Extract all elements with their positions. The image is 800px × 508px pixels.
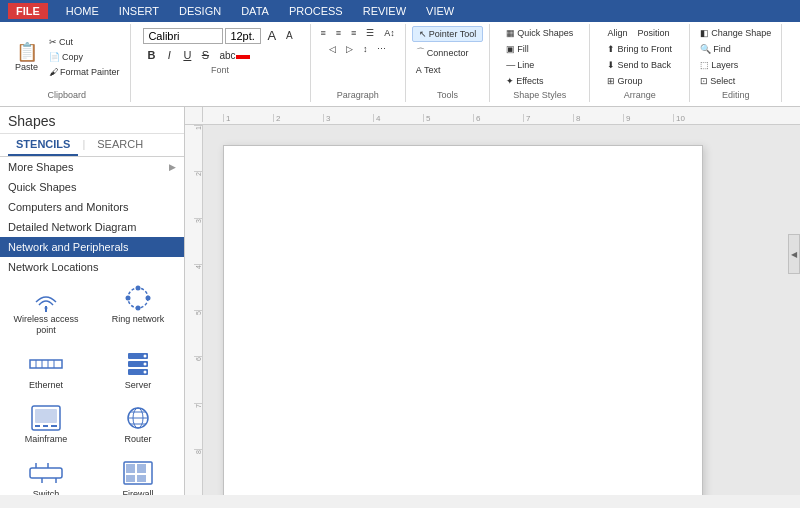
ruler-mark-v-1: 1 [194,125,202,171]
select-button[interactable]: ⊡ Select [696,74,739,88]
shapes-nav-network-locations[interactable]: Network Locations [0,257,184,277]
ruler-left: 1 2 3 4 5 6 7 8 [185,125,203,495]
paragraph-label: Paragraph [337,90,379,100]
svg-rect-19 [35,409,57,423]
bold-button[interactable]: B [143,47,159,63]
arrange-group: Align Position ⬆ Bring to Front ⬇ Send t… [590,24,690,102]
shapes-nav-network-peripherals[interactable]: Network and Peripherals [0,237,184,257]
shape-switch[interactable]: Switch [0,452,92,495]
shapes-nav-quick[interactable]: Quick Shapes [0,177,184,197]
font-name-input[interactable] [143,28,223,44]
main-layout: Shapes ◀ STENCILS | SEARCH More Shapes ▶… [0,107,800,495]
send-to-back-button[interactable]: ⬇ Send to Back [603,58,676,72]
line-button[interactable]: ― Line [502,58,538,72]
decrease-font-button[interactable]: A [282,28,297,43]
position-button[interactable]: Position [633,26,673,40]
indent-button[interactable]: A↕ [380,26,399,40]
change-shape-button[interactable]: ◧ Change Shape [696,26,775,40]
shape-mainframe[interactable]: Mainframe [0,397,92,452]
shape-router[interactable]: Router [92,397,184,452]
format-painter-button[interactable]: 🖌 Format Painter [45,65,124,79]
shape-firewall[interactable]: Firewall [92,452,184,495]
svg-point-16 [144,362,147,365]
shape-ring-network[interactable]: Ring network [92,277,184,343]
line-spacing-button[interactable]: ↕ [359,42,372,56]
strikethrough-button[interactable]: S [197,47,213,63]
shape-server[interactable]: Server [92,343,184,398]
shape-wireless[interactable]: Wireless access point [0,277,92,343]
page-canvas[interactable] [223,145,703,495]
tab-stencils[interactable]: STENCILS [8,134,78,156]
align-center-button[interactable]: ≡ [332,26,345,40]
tab-process[interactable]: PROCESS [279,3,353,19]
fill-icon: ▣ [506,44,515,54]
shapes-nav-more[interactable]: More Shapes ▶ [0,157,184,177]
clipboard-group: 📋 Paste ✂ Cut 📄 Copy 🖌 Format Painter Cl… [4,24,131,102]
shapes-nav-computers[interactable]: Computers and Monitors [0,197,184,217]
align-left-button[interactable]: ≡ [317,26,330,40]
pointer-tool-button[interactable]: ↖ Pointer Tool [412,26,483,42]
effects-button[interactable]: ✦ Effects [502,74,547,88]
ribbon: 📋 Paste ✂ Cut 📄 Copy 🖌 Format Painter Cl… [0,22,800,107]
canvas-body: 1 2 3 4 5 6 7 8 [185,125,800,495]
network-locations-label: Network Locations [8,261,99,273]
svg-rect-28 [30,468,62,478]
bring-to-front-button[interactable]: ⬆ Bring to Front [603,42,676,56]
italic-button[interactable]: I [161,47,177,63]
tab-review[interactable]: REVIEW [353,3,416,19]
svg-point-2 [128,288,148,308]
shape-styles-label: Shape Styles [513,90,566,100]
find-button[interactable]: 🔍 Find [696,42,735,56]
layers-button[interactable]: ⬚ Layers [696,58,742,72]
align-right-button[interactable]: ≡ [347,26,360,40]
tab-design[interactable]: DESIGN [169,3,231,19]
tools-group: ↖ Pointer Tool ⌒ Connector A Text Tools [406,24,490,102]
font-size-input[interactable] [225,28,261,44]
bullet-list-button[interactable]: ☰ [362,26,378,40]
decrease-indent-button[interactable]: ◁ [325,42,340,56]
shape-styles-group: ▦ Quick Shapes ▣ Fill ― Line ✦ Effects S… [490,24,590,102]
ring-network-label: Ring network [112,314,165,325]
shape-ethernet[interactable]: Ethernet [0,343,92,398]
ruler-mark-3: 3 [323,114,373,122]
paste-icon: 📋 [16,43,38,61]
copy-button[interactable]: 📄 Copy [45,50,124,64]
svg-point-17 [144,370,147,373]
shapes-nav-detailed[interactable]: Detailed Network Diagram [0,217,184,237]
increase-font-button[interactable]: A [263,26,280,45]
editing-label: Editing [722,90,750,100]
fill-button[interactable]: ▣ Fill [502,42,533,56]
group-button[interactable]: ⊞ Group [603,74,676,88]
paste-button[interactable]: 📋 Paste [10,40,43,75]
more-shapes-label: More Shapes [8,161,73,173]
ruler-mark-v-2: 2 [194,171,202,217]
ruler-mark-5: 5 [423,114,473,122]
quick-shapes-nav-label: Quick Shapes [8,181,76,193]
tab-home[interactable]: HOME [56,3,109,19]
svg-rect-36 [126,475,135,482]
font-label: Font [211,65,229,75]
tab-view[interactable]: VIEW [416,3,464,19]
svg-point-3 [136,286,141,291]
computers-monitors-label: Computers and Monitors [8,201,128,213]
connector-button[interactable]: ⌒ Connector [412,44,473,61]
ruler-mark-v-6: 6 [194,356,202,402]
tab-search[interactable]: SEARCH [89,134,151,156]
ruler-mark-v-3: 3 [194,218,202,264]
ring-network-icon [120,284,156,312]
canvas-content[interactable] [203,125,800,495]
ruler-mark-v-4: 4 [194,264,202,310]
underline-button[interactable]: U [179,47,195,63]
file-tab[interactable]: FILE [8,3,48,19]
cut-button[interactable]: ✂ Cut [45,35,124,49]
align-button[interactable]: Align [603,26,631,40]
tab-insert[interactable]: INSERT [109,3,169,19]
font-color-button[interactable]: abc [215,48,253,63]
increase-indent-button[interactable]: ▷ [342,42,357,56]
text-button[interactable]: A Text [412,63,445,77]
more-para-button[interactable]: ⋯ [373,42,390,56]
tab-data[interactable]: DATA [231,3,279,19]
quick-shapes-button[interactable]: ▦ Quick Shapes [502,26,577,40]
ruler-mark-v-7: 7 [194,403,202,449]
wireless-label: Wireless access point [5,314,87,336]
